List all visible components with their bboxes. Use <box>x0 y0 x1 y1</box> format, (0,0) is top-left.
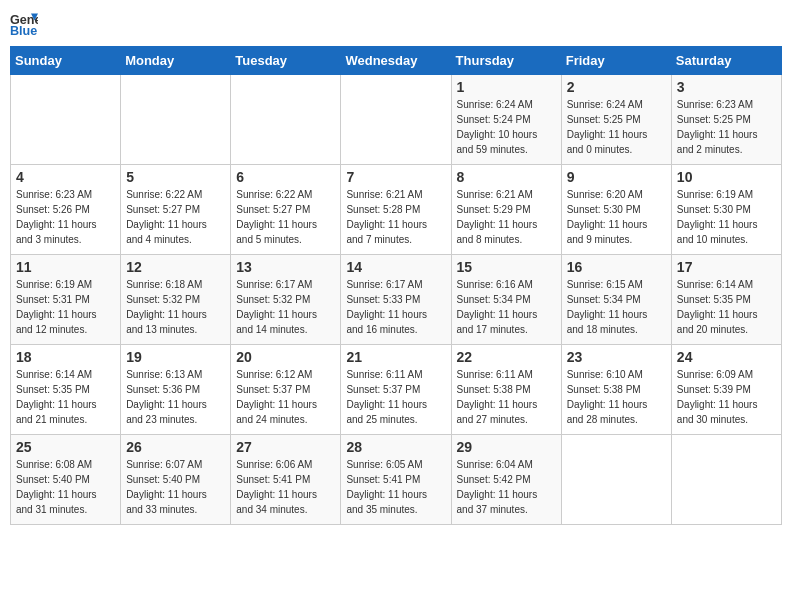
day-info: Sunrise: 6:21 AM Sunset: 5:29 PM Dayligh… <box>457 187 556 247</box>
svg-text:Blue: Blue <box>10 24 37 38</box>
day-info: Sunrise: 6:16 AM Sunset: 5:34 PM Dayligh… <box>457 277 556 337</box>
weekday-header-row: SundayMondayTuesdayWednesdayThursdayFrid… <box>11 47 782 75</box>
day-cell: 8Sunrise: 6:21 AM Sunset: 5:29 PM Daylig… <box>451 165 561 255</box>
day-cell <box>671 435 781 525</box>
week-row-1: 1Sunrise: 6:24 AM Sunset: 5:24 PM Daylig… <box>11 75 782 165</box>
day-number: 1 <box>457 79 556 95</box>
logo: General Blue <box>10 10 42 38</box>
day-cell: 1Sunrise: 6:24 AM Sunset: 5:24 PM Daylig… <box>451 75 561 165</box>
day-info: Sunrise: 6:09 AM Sunset: 5:39 PM Dayligh… <box>677 367 776 427</box>
day-info: Sunrise: 6:04 AM Sunset: 5:42 PM Dayligh… <box>457 457 556 517</box>
logo-icon: General Blue <box>10 10 38 38</box>
day-cell: 20Sunrise: 6:12 AM Sunset: 5:37 PM Dayli… <box>231 345 341 435</box>
day-info: Sunrise: 6:07 AM Sunset: 5:40 PM Dayligh… <box>126 457 225 517</box>
day-info: Sunrise: 6:14 AM Sunset: 5:35 PM Dayligh… <box>677 277 776 337</box>
day-cell: 6Sunrise: 6:22 AM Sunset: 5:27 PM Daylig… <box>231 165 341 255</box>
weekday-header-thursday: Thursday <box>451 47 561 75</box>
day-cell: 21Sunrise: 6:11 AM Sunset: 5:37 PM Dayli… <box>341 345 451 435</box>
day-number: 2 <box>567 79 666 95</box>
week-row-3: 11Sunrise: 6:19 AM Sunset: 5:31 PM Dayli… <box>11 255 782 345</box>
week-row-5: 25Sunrise: 6:08 AM Sunset: 5:40 PM Dayli… <box>11 435 782 525</box>
day-number: 4 <box>16 169 115 185</box>
day-info: Sunrise: 6:10 AM Sunset: 5:38 PM Dayligh… <box>567 367 666 427</box>
day-number: 28 <box>346 439 445 455</box>
day-info: Sunrise: 6:13 AM Sunset: 5:36 PM Dayligh… <box>126 367 225 427</box>
day-number: 8 <box>457 169 556 185</box>
day-info: Sunrise: 6:18 AM Sunset: 5:32 PM Dayligh… <box>126 277 225 337</box>
day-cell <box>121 75 231 165</box>
day-cell: 2Sunrise: 6:24 AM Sunset: 5:25 PM Daylig… <box>561 75 671 165</box>
weekday-header-monday: Monday <box>121 47 231 75</box>
day-number: 3 <box>677 79 776 95</box>
day-info: Sunrise: 6:08 AM Sunset: 5:40 PM Dayligh… <box>16 457 115 517</box>
day-info: Sunrise: 6:21 AM Sunset: 5:28 PM Dayligh… <box>346 187 445 247</box>
day-info: Sunrise: 6:20 AM Sunset: 5:30 PM Dayligh… <box>567 187 666 247</box>
day-info: Sunrise: 6:11 AM Sunset: 5:38 PM Dayligh… <box>457 367 556 427</box>
day-cell: 7Sunrise: 6:21 AM Sunset: 5:28 PM Daylig… <box>341 165 451 255</box>
day-info: Sunrise: 6:17 AM Sunset: 5:33 PM Dayligh… <box>346 277 445 337</box>
weekday-header-sunday: Sunday <box>11 47 121 75</box>
day-cell <box>341 75 451 165</box>
day-info: Sunrise: 6:24 AM Sunset: 5:24 PM Dayligh… <box>457 97 556 157</box>
day-info: Sunrise: 6:15 AM Sunset: 5:34 PM Dayligh… <box>567 277 666 337</box>
day-number: 12 <box>126 259 225 275</box>
day-cell: 16Sunrise: 6:15 AM Sunset: 5:34 PM Dayli… <box>561 255 671 345</box>
day-number: 27 <box>236 439 335 455</box>
day-info: Sunrise: 6:19 AM Sunset: 5:30 PM Dayligh… <box>677 187 776 247</box>
day-cell: 13Sunrise: 6:17 AM Sunset: 5:32 PM Dayli… <box>231 255 341 345</box>
day-info: Sunrise: 6:24 AM Sunset: 5:25 PM Dayligh… <box>567 97 666 157</box>
day-cell: 4Sunrise: 6:23 AM Sunset: 5:26 PM Daylig… <box>11 165 121 255</box>
day-cell: 24Sunrise: 6:09 AM Sunset: 5:39 PM Dayli… <box>671 345 781 435</box>
day-cell: 5Sunrise: 6:22 AM Sunset: 5:27 PM Daylig… <box>121 165 231 255</box>
day-cell <box>11 75 121 165</box>
weekday-header-wednesday: Wednesday <box>341 47 451 75</box>
day-number: 29 <box>457 439 556 455</box>
day-number: 20 <box>236 349 335 365</box>
day-number: 10 <box>677 169 776 185</box>
day-number: 23 <box>567 349 666 365</box>
day-number: 11 <box>16 259 115 275</box>
calendar-table: SundayMondayTuesdayWednesdayThursdayFrid… <box>10 46 782 525</box>
day-number: 9 <box>567 169 666 185</box>
day-number: 18 <box>16 349 115 365</box>
day-cell: 28Sunrise: 6:05 AM Sunset: 5:41 PM Dayli… <box>341 435 451 525</box>
day-info: Sunrise: 6:22 AM Sunset: 5:27 PM Dayligh… <box>236 187 335 247</box>
day-cell: 15Sunrise: 6:16 AM Sunset: 5:34 PM Dayli… <box>451 255 561 345</box>
day-cell: 27Sunrise: 6:06 AM Sunset: 5:41 PM Dayli… <box>231 435 341 525</box>
day-cell: 3Sunrise: 6:23 AM Sunset: 5:25 PM Daylig… <box>671 75 781 165</box>
week-row-4: 18Sunrise: 6:14 AM Sunset: 5:35 PM Dayli… <box>11 345 782 435</box>
day-info: Sunrise: 6:14 AM Sunset: 5:35 PM Dayligh… <box>16 367 115 427</box>
day-cell: 12Sunrise: 6:18 AM Sunset: 5:32 PM Dayli… <box>121 255 231 345</box>
weekday-header-saturday: Saturday <box>671 47 781 75</box>
day-number: 17 <box>677 259 776 275</box>
day-cell: 19Sunrise: 6:13 AM Sunset: 5:36 PM Dayli… <box>121 345 231 435</box>
day-cell: 14Sunrise: 6:17 AM Sunset: 5:33 PM Dayli… <box>341 255 451 345</box>
day-cell: 25Sunrise: 6:08 AM Sunset: 5:40 PM Dayli… <box>11 435 121 525</box>
day-number: 24 <box>677 349 776 365</box>
day-cell: 17Sunrise: 6:14 AM Sunset: 5:35 PM Dayli… <box>671 255 781 345</box>
day-info: Sunrise: 6:19 AM Sunset: 5:31 PM Dayligh… <box>16 277 115 337</box>
day-info: Sunrise: 6:06 AM Sunset: 5:41 PM Dayligh… <box>236 457 335 517</box>
weekday-header-tuesday: Tuesday <box>231 47 341 75</box>
day-number: 21 <box>346 349 445 365</box>
day-cell: 23Sunrise: 6:10 AM Sunset: 5:38 PM Dayli… <box>561 345 671 435</box>
calendar-body: 1Sunrise: 6:24 AM Sunset: 5:24 PM Daylig… <box>11 75 782 525</box>
day-info: Sunrise: 6:23 AM Sunset: 5:26 PM Dayligh… <box>16 187 115 247</box>
day-cell: 11Sunrise: 6:19 AM Sunset: 5:31 PM Dayli… <box>11 255 121 345</box>
day-info: Sunrise: 6:11 AM Sunset: 5:37 PM Dayligh… <box>346 367 445 427</box>
day-number: 26 <box>126 439 225 455</box>
day-number: 22 <box>457 349 556 365</box>
weekday-header-friday: Friday <box>561 47 671 75</box>
day-number: 14 <box>346 259 445 275</box>
day-number: 25 <box>16 439 115 455</box>
day-info: Sunrise: 6:22 AM Sunset: 5:27 PM Dayligh… <box>126 187 225 247</box>
day-number: 6 <box>236 169 335 185</box>
day-number: 13 <box>236 259 335 275</box>
day-cell <box>231 75 341 165</box>
day-info: Sunrise: 6:12 AM Sunset: 5:37 PM Dayligh… <box>236 367 335 427</box>
day-cell: 18Sunrise: 6:14 AM Sunset: 5:35 PM Dayli… <box>11 345 121 435</box>
day-info: Sunrise: 6:17 AM Sunset: 5:32 PM Dayligh… <box>236 277 335 337</box>
day-cell: 26Sunrise: 6:07 AM Sunset: 5:40 PM Dayli… <box>121 435 231 525</box>
day-number: 15 <box>457 259 556 275</box>
day-info: Sunrise: 6:05 AM Sunset: 5:41 PM Dayligh… <box>346 457 445 517</box>
